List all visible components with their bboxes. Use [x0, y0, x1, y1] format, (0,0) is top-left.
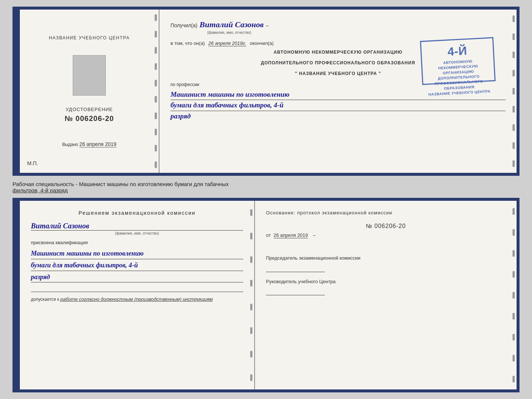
binding-marks-right [511, 10, 517, 173]
binding-mark [155, 31, 157, 38]
finish-date: 26 апреля 2019г. [208, 40, 246, 46]
right-date: 26 апреля 2019 [274, 232, 308, 238]
issued-date: 26 апреля 2019 [79, 141, 116, 147]
bottom-right-binding [511, 201, 517, 389]
bottom-doc-left: Решением экзаменационной комиссии Витали… [20, 201, 255, 389]
doc-left-panel: НАЗВАНИЕ УЧЕБНОГО ЦЕНТРА УДОСТОВЕРЕНИЕ №… [20, 10, 159, 173]
binding-mark [155, 63, 157, 70]
binding-mark [155, 47, 157, 54]
bottom-name-subtitle: (фамилия, имя, отчество) [31, 231, 243, 235]
leader-label: Руководитель учебного Центра [266, 278, 506, 285]
profession-line3: разряд [170, 111, 506, 122]
date-prefix: от [266, 232, 271, 238]
cert-issued-line: Выдано 26 апреля 2019 [62, 141, 116, 147]
recipient-name: Виталий Сазонов [200, 20, 263, 29]
recipient-prefix: Получил(а) [170, 22, 197, 28]
finished-label: окончил(а) [250, 40, 274, 46]
caption-underline: фильтров, 4-й разряд [12, 187, 520, 193]
issued-label: Выдано [62, 142, 78, 147]
binding-mark [155, 113, 157, 119]
binding-mark [513, 142, 515, 149]
middle-caption: Рабочая специальность - Машинист машины … [12, 179, 520, 194]
bottom-doc-right: Основание: протокол экзаменационной коми… [255, 201, 517, 389]
recipient-subtitle: (фамилия, имя, отчество) [207, 31, 506, 35]
qual-line3: разряд [31, 272, 243, 283]
doc-spine-bottom [15, 201, 20, 389]
binding-mark [513, 160, 515, 167]
binding-mark [513, 88, 515, 95]
allowed-prefix: допускается к [31, 297, 59, 302]
in-that-label: в том, что он(а) [170, 40, 205, 46]
mp-label: М.П. [27, 160, 38, 166]
bottom-left-binding [248, 201, 254, 389]
chairman-label: Председатель экзаменационной комиссии [266, 254, 506, 262]
allowed-label: допускается к работе согласно должностны… [31, 296, 243, 302]
blank-line [31, 283, 243, 292]
binding-mark [513, 15, 515, 22]
binding-mark [513, 106, 515, 113]
binding-marks-left [153, 10, 159, 173]
bottom-section-title: Решением экзаменационной комиссии [31, 210, 243, 216]
binding-mark [513, 124, 515, 131]
chairman-sig-line [266, 263, 325, 272]
doc-right-panel: Получил(а) Виталий Сазонов – (фамилия, и… [159, 10, 517, 173]
doc-spine-top [15, 10, 20, 173]
qual-line2: бумаги для табачных фильтров, 4-й [31, 260, 243, 271]
dash: – [266, 22, 269, 28]
binding-mark [155, 14, 157, 21]
binding-mark [513, 70, 515, 76]
profession-line2: бумаги для табачных фильтров, 4-й [170, 100, 506, 111]
allowed-text: работе согласно должностным (производств… [60, 296, 213, 302]
stamp: 4-й АВТОНОМНУЮ НЕКОММЕРЧЕСКУЮ ОРГАНИЗАЦИ… [420, 37, 496, 85]
caption-main: Рабочая специальность - Машинист машины … [12, 181, 520, 187]
qual-line1: Машинист машины по изготовлению [31, 248, 243, 259]
binding-mark [155, 145, 157, 152]
binding-mark [513, 51, 515, 58]
right-date-line: от 26 апреля 2019 – [266, 232, 506, 247]
right-number: № 006206-20 [266, 223, 506, 229]
binding-mark [155, 96, 157, 103]
page-container: НАЗВАНИЕ УЧЕБНОГО ЦЕНТРА УДОСТОВЕРЕНИЕ №… [0, 0, 532, 399]
top-document: НАЗВАНИЕ УЧЕБНОГО ЦЕНТРА УДОСТОВЕРЕНИЕ №… [12, 7, 520, 176]
school-name-label: НАЗВАНИЕ УЧЕБНОГО ЦЕНТРА [49, 35, 130, 40]
binding-mark [155, 80, 157, 86]
binding-mark [155, 161, 157, 168]
bottom-name: Виталий Сазонов [31, 222, 243, 231]
binding-mark [155, 129, 157, 135]
cert-number: № 006206-20 [65, 114, 114, 123]
bottom-document: Решением экзаменационной комиссии Витали… [12, 198, 520, 392]
binding-mark [513, 33, 515, 40]
basis-label: Основание: протокол экзаменационной коми… [266, 210, 506, 215]
leader-sig-line [266, 286, 325, 295]
awarded-label: присвоена квалификация [31, 240, 243, 245]
photo-placeholder [73, 55, 106, 96]
cert-title: УДОСТОВЕРЕНИЕ [66, 107, 113, 112]
